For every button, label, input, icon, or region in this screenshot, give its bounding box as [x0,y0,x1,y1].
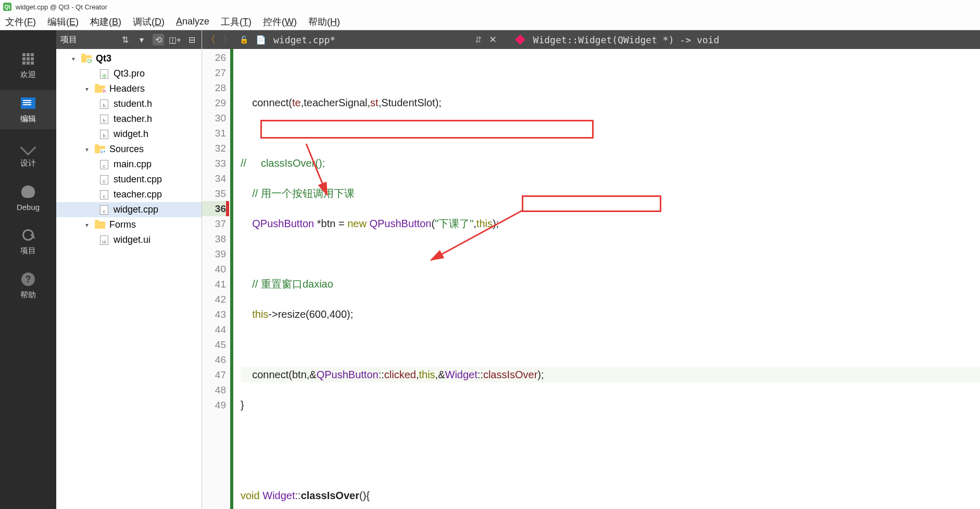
split-icon[interactable]: ◫+ [169,34,181,45]
menu-bar: 文件(F) 编辑(E) 构建(B) 调试(D) Analyze 工具(T) 控件… [0,14,980,30]
tree-project-root[interactable]: ▾QtQt3 [56,51,202,66]
mode-help[interactable]: ? 帮助 [0,266,56,305]
mode-welcome-label: 欢迎 [20,70,36,80]
mode-bar: 欢迎 编辑 设计 Debug 项目 ? 帮助 [0,30,56,509]
mode-debug[interactable]: Debug [0,179,56,217]
document-icon[interactable]: 📄 [256,35,266,45]
project-pane-title: 项目 [60,34,77,45]
tree-file-student-cpp[interactable]: cstudent.cpp [56,172,202,187]
symbol-breadcrumb[interactable]: Widget::Widget(QWidget *) -> void [533,34,720,45]
tree-file-student-h[interactable]: hstudent.h [56,96,202,111]
mode-design-label: 设计 [20,158,36,168]
menu-build[interactable]: 构建(B) [90,16,121,28]
menu-tools[interactable]: 工具(T) [221,16,252,28]
nav-back-icon[interactable]: 〈 [206,33,216,46]
mode-help-label: 帮助 [20,290,36,300]
qt-app-icon: Qt [3,3,11,11]
menu-widgets[interactable]: 控件(W) [263,16,297,28]
editor-area: 〈 〉 🔓 📄 widget.cpp* ⇵ ✕ Widget::Widget(Q… [202,30,980,509]
project-pane: 项目 ⇅ ▾ ⟲ ◫+ ⊟ ▾QtQt3 qtQt3.pro ▾hHeaders… [56,30,202,509]
bug-icon [21,185,35,198]
project-tree[interactable]: ▾QtQt3 qtQt3.pro ▾hHeaders hstudent.h ht… [56,49,202,509]
tree-file-widget-h[interactable]: hwidget.h [56,127,202,142]
link-icon[interactable]: ⟲ [153,34,164,45]
diamond-icon [515,34,525,45]
edit-icon [21,97,35,109]
lock-icon[interactable]: 🔓 [240,35,248,44]
menu-edit[interactable]: 编辑(E) [47,16,79,28]
window-title: widget.cpp @ Qt3 - Qt Creator [16,3,107,11]
source-text[interactable]: connect(te,teacherSignal,st,StudentSlot)… [233,49,980,509]
menu-help[interactable]: 帮助(H) [308,16,340,28]
tree-pro-file[interactable]: qtQt3.pro [56,66,202,81]
filter-icon[interactable]: ▾ [136,34,147,45]
help-icon: ? [21,272,35,286]
editor-filename[interactable]: widget.cpp* [273,34,335,45]
tree-headers-folder[interactable]: ▾hHeaders [56,81,202,96]
menu-file[interactable]: 文件(F) [5,16,36,28]
close-icon[interactable]: ✕ [489,34,497,45]
menu-analyze[interactable]: Analyze [176,16,209,27]
title-bar: Qt widget.cpp @ Qt3 - Qt Creator [0,0,980,14]
tree-file-teacher-h[interactable]: hteacher.h [56,111,202,127]
project-pane-header: 项目 ⇅ ▾ ⟲ ◫+ ⊟ [56,30,202,49]
tree-sources-folder[interactable]: ▾c+Sources [56,142,202,157]
tree-file-widget-cpp[interactable]: cwidget.cpp [56,202,202,217]
tree-file-teacher-cpp[interactable]: cteacher.cpp [56,187,202,202]
code-editor[interactable]: 2627282930313233343536373839404142434445… [202,49,980,509]
tree-file-widget-ui[interactable]: uiwidget.ui [56,232,202,247]
mode-design[interactable]: 设计 [0,134,56,173]
editor-toolbar: 〈 〉 🔓 📄 widget.cpp* ⇵ ✕ Widget::Widget(Q… [202,30,980,49]
sort-icon[interactable]: ⇅ [119,34,131,45]
updown-icon[interactable]: ⇵ [475,35,482,45]
menu-debug[interactable]: 调试(D) [133,16,165,28]
tree-forms-folder[interactable]: ▾Forms [56,217,202,232]
line-gutter[interactable]: 2627282930313233343536373839404142434445… [202,49,233,509]
nav-forward-icon[interactable]: 〉 [223,33,232,46]
wrench-icon [22,229,34,241]
pencil-icon [20,139,36,155]
mode-debug-label: Debug [17,203,40,212]
mode-project[interactable]: 项目 [0,222,56,261]
grid-icon [22,53,34,65]
mode-project-label: 项目 [20,246,36,256]
tree-file-main-cpp[interactable]: cmain.cpp [56,157,202,172]
mode-welcome[interactable]: 欢迎 [0,46,56,85]
close-pane-icon[interactable]: ⊟ [186,34,197,45]
mode-edit[interactable]: 编辑 [0,90,56,129]
mode-edit-label: 编辑 [20,114,36,124]
